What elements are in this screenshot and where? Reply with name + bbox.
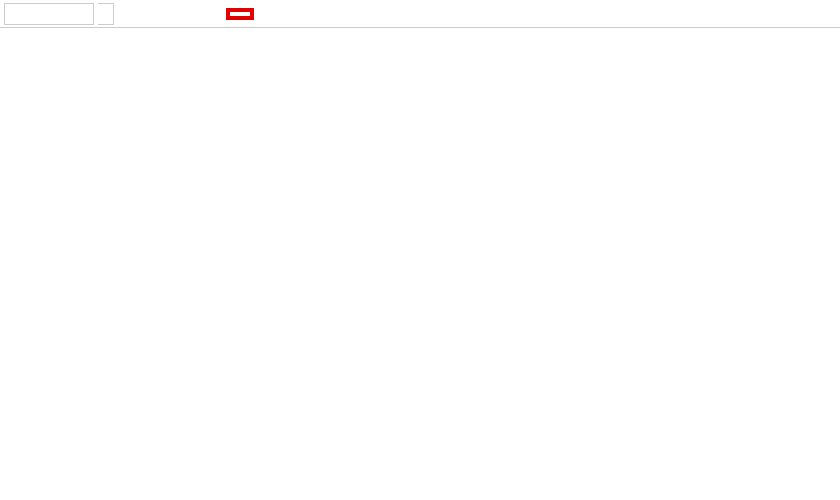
name-box[interactable] (4, 3, 94, 25)
formula-input[interactable] (228, 0, 840, 27)
formula-text (226, 8, 254, 20)
name-box-dropdown[interactable] (98, 3, 114, 25)
formula-bar (0, 0, 840, 28)
